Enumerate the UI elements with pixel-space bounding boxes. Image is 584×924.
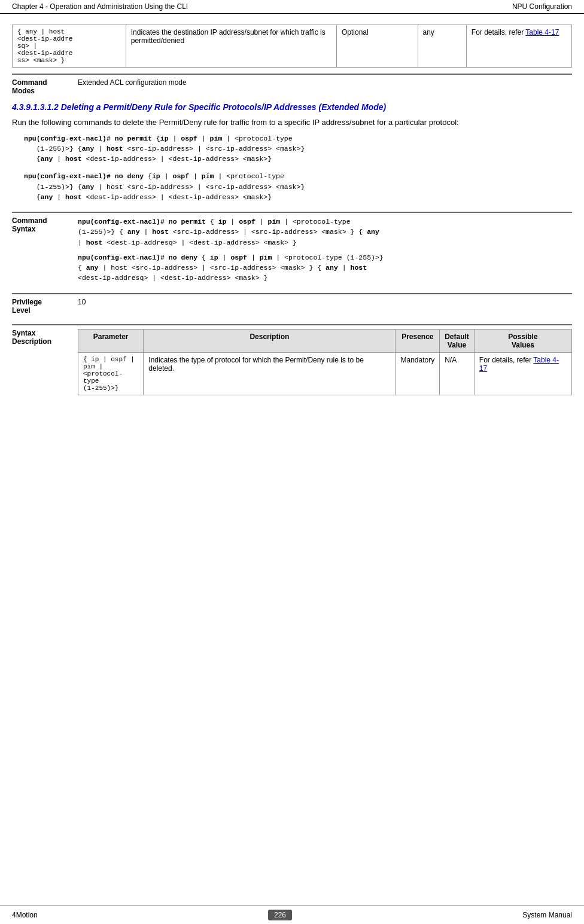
presence-value: Mandatory: [396, 352, 440, 395]
command-modes-label: CommandModes: [12, 78, 78, 95]
command-syntax-content: npu(config-ext-nacl)# no permit { ip | o…: [78, 216, 572, 283]
header-left: Chapter 4 - Operation and Administration…: [12, 2, 188, 11]
table-row: { ip | ospf |pim |<protocol-type(1-255)>…: [78, 352, 572, 395]
col-header-default: DefaultValue: [440, 329, 474, 352]
col-header-parameter: Parameter: [78, 329, 144, 352]
default-cell: any: [418, 25, 466, 68]
command-modes-value: Extended ACL configuration mode: [78, 78, 572, 95]
code-line: npu(config-ext-nacl)# no permit {ip | os…: [24, 135, 305, 163]
syntax-description-row: SyntaxDescription Parameter Description …: [12, 324, 572, 395]
col-header-possible: PossibleValues: [474, 329, 571, 352]
code-line-2: npu(config-ext-nacl)# no deny {ip | ospf…: [24, 172, 305, 201]
table-link[interactable]: Table 4-17: [525, 28, 559, 36]
presence-cell: Optional: [337, 25, 418, 68]
syntax-code-2: npu(config-ext-nacl)# no deny { ip | osp…: [78, 252, 572, 283]
page-header: Chapter 4 - Operation and Administration…: [0, 0, 584, 14]
header-right: NPU Configuration: [512, 2, 572, 11]
code-block-2: npu(config-ext-nacl)# no deny {ip | ospf…: [24, 171, 572, 202]
top-table: { any | host <dest-ip-addre sq> | <dest-…: [12, 25, 572, 68]
command-modes-row: CommandModes Extended ACL configuration …: [12, 74, 572, 95]
desc-value: Indicates the type of protocol for which…: [144, 352, 396, 395]
table-link-2[interactable]: Table 4-17: [479, 356, 559, 373]
page-footer: 4Motion 226 System Manual: [0, 905, 584, 924]
syntax-code-1: npu(config-ext-nacl)# no permit { ip | o…: [78, 216, 572, 248]
possible-cell: For details, refer Table 4-17: [466, 25, 571, 68]
default-value: N/A: [440, 352, 474, 395]
table-row: { any | host <dest-ip-addre sq> | <dest-…: [13, 25, 572, 68]
col-header-description: Description: [144, 329, 396, 352]
col-header-presence: Presence: [396, 329, 440, 352]
footer-right: System Manual: [522, 911, 572, 919]
command-syntax-label: CommandSyntax: [12, 216, 78, 283]
body-text-1: Run the following commands to delete the…: [12, 117, 572, 129]
privilege-level-row: PrivilegeLevel 10: [12, 293, 572, 315]
privilege-level-label: PrivilegeLevel: [12, 298, 78, 315]
desc-cell: Indicates the destination IP address/sub…: [126, 25, 336, 68]
page-container: Chapter 4 - Operation and Administration…: [0, 0, 584, 924]
syntax-desc-table-wrap: Parameter Description Presence DefaultVa…: [78, 329, 572, 395]
syntax-table: Parameter Description Presence DefaultVa…: [78, 329, 572, 395]
syntax-desc-label: SyntaxDescription: [12, 329, 78, 395]
param-value: { ip | ospf |pim |<protocol-type(1-255)>…: [78, 352, 144, 395]
command-syntax-row: CommandSyntax npu(config-ext-nacl)# no p…: [12, 212, 572, 283]
footer-left: 4Motion: [12, 911, 38, 919]
section-number: 4.3.9.1.3.1.2: [12, 102, 59, 112]
table-header-row: Parameter Description Presence DefaultVa…: [78, 329, 572, 352]
possible-value: For details, refer Table 4-17: [474, 352, 571, 395]
footer-page-number: 226: [268, 910, 292, 920]
main-content: { any | host <dest-ip-addre sq> | <dest-…: [0, 14, 584, 407]
param-cell: { any | host <dest-ip-addre sq> | <dest-…: [13, 25, 126, 68]
privilege-level-value: 10: [78, 298, 572, 315]
code-block-1: npu(config-ext-nacl)# no permit {ip | os…: [24, 133, 572, 164]
section-title-text: Deleting a Permit/Deny Rule for Specific…: [61, 102, 387, 112]
section-title: 4.3.9.1.3.1.2 Deleting a Permit/Deny Rul…: [12, 102, 572, 112]
